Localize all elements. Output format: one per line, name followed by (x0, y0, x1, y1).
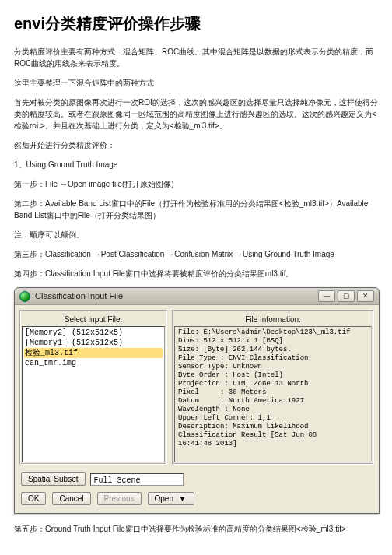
file-info-header: File Information: (174, 312, 372, 326)
dialog-titlebar[interactable]: Classification Input File — ▢ ✕ (15, 288, 379, 305)
minimize-button[interactable]: — (318, 290, 335, 302)
select-file-header: Select Input File: (22, 312, 165, 326)
para-step5: 第五步：Ground Truth Input File窗口中选择要作为检验标准的… (14, 523, 378, 535)
previous-button: Previous (97, 492, 142, 505)
para-roi: 首先对被分类的原图像再次进行一次ROI的选择，这次的感兴趣区的选择尽量只选择纯净… (14, 97, 378, 132)
para-mode1: 1、Using Ground Truth Image (14, 159, 378, 170)
list-item[interactable]: [Memory2] (512x512x5) (24, 328, 163, 338)
page-title: envi分类精度评价操作步骤 (14, 12, 378, 35)
classification-input-dialog: Classification Input File — ▢ ✕ Select I… (14, 287, 380, 514)
list-item-selected[interactable]: 检验_ml3.tif (24, 348, 163, 358)
select-file-panel: Select Input File: [Memory2] (512x512x5)… (19, 310, 167, 465)
file-info-panel: File Information: File: E:\Users\admin\D… (172, 310, 374, 465)
open-label: Open (155, 494, 173, 503)
para-step3: 第三步：Classification →Post Classification … (14, 248, 378, 260)
list-item[interactable]: can_tmr.img (24, 358, 163, 368)
file-listbox[interactable]: [Memory2] (512x512x5) [Memory1] (512x512… (22, 326, 165, 462)
para-start: 然后开始进行分类精度评价： (14, 139, 378, 151)
open-button[interactable]: Open ▾ (148, 492, 194, 505)
list-item[interactable]: [Memory1] (512x512x5) (24, 338, 163, 348)
para-step1: 第一步：File →Open image file(打开原始图像) (14, 178, 378, 190)
file-info-text: File: E:\Users\admin\Desktop\123\_ml3.ti… (174, 326, 372, 462)
chevron-down-icon[interactable]: ▾ (177, 494, 187, 503)
para-note: 注：顺序可以颠倒。 (14, 229, 378, 241)
app-icon (19, 291, 30, 302)
close-button[interactable]: ✕ (357, 290, 374, 302)
spatial-subset-field[interactable]: Full Scene (90, 473, 184, 486)
para-step4: 第四步：Classification Input File窗口中选择将要被精度评… (14, 268, 378, 279)
para-step2: 第二步：Available Band List窗口中的File（打开作为检验标准… (14, 198, 378, 221)
dialog-title: Classification Input File (35, 290, 316, 303)
para-scope: 这里主要整理一下混合矩阵中的两种方式 (14, 77, 378, 89)
spatial-subset-button[interactable]: Spatial Subset (21, 472, 86, 486)
para-intro: 分类精度评价主要有两种方式：混合矩阵、ROC曲线。其中混合矩阵是以数据的形式表示… (14, 46, 378, 69)
cancel-button[interactable]: Cancel (52, 492, 90, 505)
maximize-button[interactable]: ▢ (338, 290, 355, 302)
ok-button[interactable]: OK (21, 492, 46, 505)
